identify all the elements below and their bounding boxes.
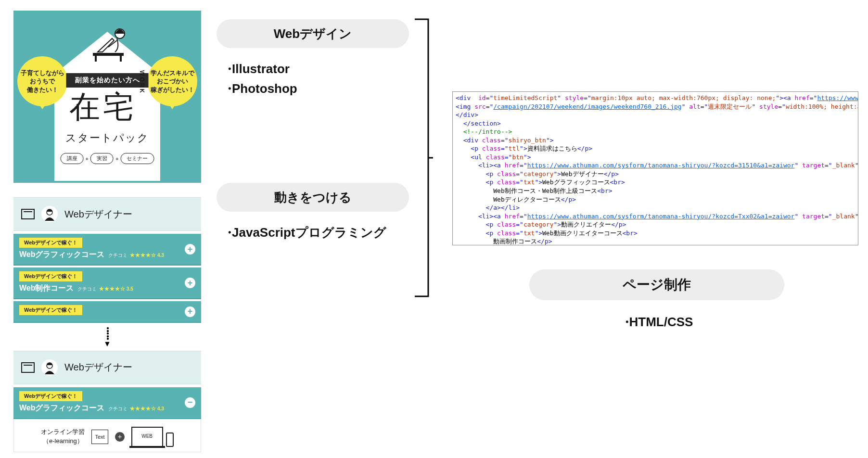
- bullet-item: ・Photoshop: [223, 80, 409, 97]
- stars-icon: ★★★★☆: [99, 286, 126, 292]
- html-code-output: <div id="timeLimitedScript" style="margi…: [452, 91, 858, 245]
- tile-icon: [21, 362, 35, 373]
- avatar-icon: [41, 206, 58, 222]
- svg-rect-3: [120, 56, 122, 62]
- course-section-header[interactable]: Webデザイナー: [13, 351, 201, 384]
- course-meta: クチコミ: [108, 406, 128, 412]
- course-row[interactable]: Webデザインで稼ぐ！+: [13, 301, 201, 323]
- collapse-icon[interactable]: −: [185, 397, 195, 408]
- phone-icon: [166, 433, 174, 447]
- plus-icon: ＋: [115, 432, 125, 442]
- course-section-header[interactable]: Webデザイナー: [13, 197, 201, 231]
- course-tag: Webデザインで稼ぐ！: [19, 305, 82, 315]
- grouping-bracket: [414, 18, 433, 297]
- laptop-icon: WEB: [131, 427, 163, 447]
- chip: 実習: [90, 153, 114, 164]
- middle-column: Webデザイン ・Illustrator ・Photoshop 動きをつける ・…: [217, 19, 409, 274]
- page-items: ・HTML/CSS: [529, 314, 784, 331]
- course-row[interactable]: Webデザインで稼ぐ！Webグラフィックコースクチコミ ★★★★☆4.3−: [13, 387, 201, 419]
- elearning-label: オンライン学習 （e-learning）: [41, 428, 85, 445]
- person-illustration: [78, 19, 136, 64]
- title-kanji: 在宅: [69, 91, 137, 122]
- course-tag: Webデザインで稼ぐ！: [19, 238, 82, 248]
- category-pill-motion: 動きをつける: [217, 183, 409, 212]
- course-name: Webグラフィックコースクチコミ ★★★★☆4.3: [19, 403, 195, 413]
- course-meta: クチコミ: [77, 286, 97, 293]
- course-meta: クチコミ: [108, 252, 128, 259]
- course-expanded-panel: オンライン学習 （e-learning） Text ＋ WEB: [13, 419, 201, 452]
- arrow-down-icon: ●●●●●▼: [13, 327, 201, 348]
- svg-rect-1: [93, 53, 124, 56]
- expand-icon[interactable]: +: [185, 306, 195, 317]
- course-row[interactable]: Webデザインで稼ぐ！Web制作コースクチコミ ★★★★☆3.5+: [13, 267, 201, 299]
- expand-icon[interactable]: +: [185, 278, 195, 288]
- expand-icon[interactable]: +: [185, 244, 195, 254]
- rating-score: 4.3: [157, 406, 164, 411]
- elearning-row: オンライン学習 （e-learning） Text ＋ WEB: [14, 427, 201, 447]
- motion-items: ・JavaScriptプログラミング: [223, 224, 409, 241]
- section-title: Webデザイナー: [64, 208, 132, 221]
- rating-score: 3.5: [127, 286, 133, 292]
- chip: 講座: [61, 153, 84, 164]
- result-block: ページ制作 ・HTML/CSS: [529, 269, 784, 363]
- banner-subtitle: スタートパック: [65, 131, 149, 145]
- course-name: Web制作コースクチコミ ★★★★☆3.5: [19, 283, 195, 293]
- banner-chips: 講座 + 実習 + セミナー: [61, 153, 154, 164]
- zaitaku-banner: 子育てしながら おうちで 働きたい！ 学んだスキルで おこづかい 稼ぎがしたい！…: [13, 11, 201, 183]
- course-tag: Webデザインで稼ぐ！: [19, 271, 82, 281]
- banner-roof-strip: 副業を始めたい方へ: [66, 73, 149, 88]
- svg-marker-4: [98, 38, 114, 52]
- devices-icon: WEB: [131, 427, 174, 447]
- course-row[interactable]: Webデザインで稼ぐ！Webグラフィックコースクチコミ ★★★★☆4.3+: [13, 234, 201, 266]
- tile-icon: [21, 209, 35, 219]
- stars-icon: ★★★★☆: [130, 252, 156, 258]
- chip-sep: +: [85, 156, 89, 162]
- section-title: Webデザイナー: [64, 361, 132, 374]
- design-items: ・Illustrator ・Photoshop: [223, 61, 409, 97]
- bullet-item: ・Illustrator: [223, 61, 409, 77]
- category-pill-design: Webデザイン: [217, 19, 409, 48]
- left-column: 子育てしながら おうちで 働きたい！ 学んだスキルで おこづかい 稼ぎがしたい！…: [13, 11, 201, 452]
- banner-title: 在宅WORK: [54, 91, 160, 122]
- course-tag: Webデザインで稼ぐ！: [19, 391, 82, 401]
- chip: セミナー: [120, 153, 154, 164]
- bullet-item: ・HTML/CSS: [529, 314, 784, 331]
- chip-sep: +: [115, 156, 119, 162]
- course-block-a: Webデザイナー Webデザインで稼ぐ！Webグラフィックコースクチコミ ★★★…: [13, 197, 201, 323]
- course-block-b: Webデザイナー Webデザインで稼ぐ！Webグラフィックコースクチコミ ★★★…: [13, 351, 201, 452]
- course-name: Webグラフィックコースクチコミ ★★★★☆4.3: [19, 250, 195, 260]
- bullet-item: ・JavaScriptプログラミング: [223, 224, 409, 241]
- svg-rect-2: [95, 56, 97, 62]
- avatar-icon: [41, 359, 58, 376]
- title-work: WORK: [139, 70, 145, 94]
- rating-score: 4.3: [157, 253, 164, 258]
- category-pill-page: ページ制作: [529, 269, 784, 300]
- stars-icon: ★★★★☆: [130, 406, 156, 411]
- textbook-icon: Text: [91, 430, 108, 444]
